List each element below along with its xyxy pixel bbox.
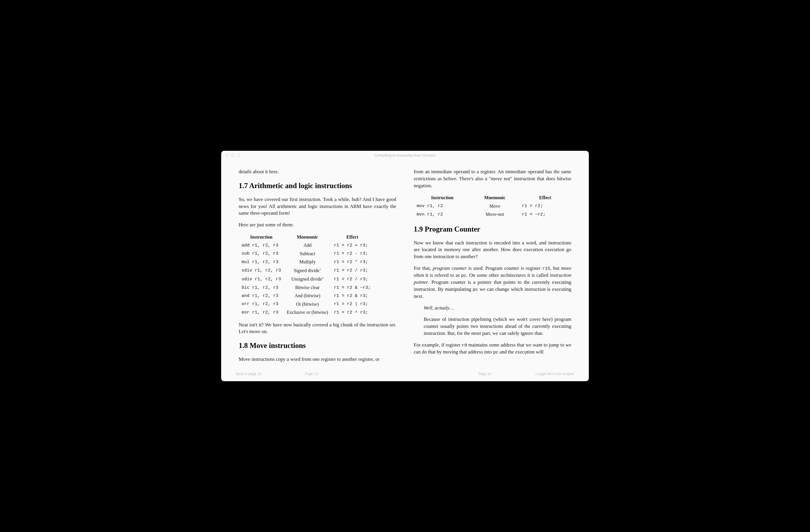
text: For example, if register bbox=[414, 342, 462, 348]
zoom-icon[interactable] bbox=[237, 153, 240, 157]
footer: Back to page 13 Page 13 Page 14 1 page l… bbox=[221, 369, 589, 381]
mnemonic-cell: Unsigned divide1 bbox=[284, 275, 331, 283]
section-heading-1-7: 1.7 Arithmetic and logic instructions bbox=[239, 181, 396, 191]
table-row: bic r1, r2, r3Bitwise clearr1 = r2 & ~r3… bbox=[239, 283, 373, 292]
effect-cell: r1 = r2 / r3; bbox=[331, 275, 373, 283]
mnemonic-cell: Signed divide1 bbox=[284, 266, 331, 275]
instruction-cell: and r1, r2, r3 bbox=[239, 292, 284, 300]
effect-cell: r1 = r2; bbox=[519, 202, 571, 210]
text: and the execution will bbox=[498, 349, 544, 355]
instruction-cell: mul r1, r2, r3 bbox=[239, 258, 284, 266]
window-title: Compiling to Assembly from Scratch bbox=[221, 153, 589, 157]
table-row: udiv r1, r2, r3Unsigned divide1r1 = r2 /… bbox=[239, 275, 373, 283]
arithmetic-instructions-table: InstructionMnemonicEffect add r1, r2, r3… bbox=[239, 233, 373, 317]
table-row: sdiv r1, r2, r3Signed divide1r1 = r2 / r… bbox=[239, 266, 373, 275]
instruction-cell: mov r1, r2 bbox=[414, 202, 471, 210]
table-row: mov r1, r2Mover1 = r2; bbox=[414, 202, 571, 210]
minimize-icon[interactable] bbox=[231, 153, 234, 157]
left-column: details about it here. 1.7 Arithmetic an… bbox=[239, 168, 396, 366]
text: For that, bbox=[414, 265, 433, 271]
back-link[interactable]: Back to page 13 bbox=[236, 372, 261, 376]
table-row: mul r1, r2, r3Multiplyr1 = r2 * r3; bbox=[239, 258, 373, 266]
left-page-indicator: Page 13 bbox=[305, 372, 318, 376]
effect-cell: r1 = r2 * r3; bbox=[331, 258, 373, 266]
instruction-cell: sdiv r1, r2, r3 bbox=[239, 266, 284, 275]
mnemonic-cell: Multiply bbox=[284, 258, 331, 266]
table-row: add r1, r2, r3Addr1 = r2 + r3; bbox=[239, 241, 373, 249]
traffic-lights bbox=[221, 153, 240, 157]
table-row: mvn r1, r2Move-notr1 = ~r2; bbox=[414, 210, 571, 218]
table-header: Effect bbox=[519, 194, 571, 202]
code: pc bbox=[493, 350, 498, 355]
page-content: details about it here. 1.7 Arithmetic an… bbox=[221, 160, 589, 369]
table-header: Mnemonic bbox=[284, 233, 331, 241]
mnemonic-cell: Subtract bbox=[284, 250, 331, 258]
instruction-cell: bic r1, r2, r3 bbox=[239, 283, 284, 292]
mnemonic-cell: And (bitwise) bbox=[284, 292, 331, 300]
right-page-indicator: Page 14 bbox=[478, 372, 491, 376]
footnote-ref[interactable]: 1 bbox=[320, 267, 321, 271]
mnemonic-cell: Move-not bbox=[471, 210, 519, 218]
effect-cell: r1 = r2 & r3; bbox=[331, 292, 373, 300]
emphasis: Well, actualy… bbox=[424, 305, 454, 311]
code: r0 bbox=[462, 343, 467, 348]
effect-cell: r1 = r2 + r3; bbox=[331, 241, 373, 249]
effect-cell: r1 = r2 ^ r3; bbox=[331, 308, 373, 316]
table-row: orr r1, r2, r3Or (bitwise)r1 = r2 | r3; bbox=[239, 300, 373, 308]
text: . On some other architectures it is call… bbox=[467, 272, 550, 278]
table-header: Instruction bbox=[239, 233, 284, 241]
effect-cell: r1 = r2 / r3; bbox=[331, 266, 373, 275]
table-row: and r1, r2, r3And (bitwise)r1 = r2 & r3; bbox=[239, 292, 373, 300]
titlebar: Compiling to Assembly from Scratch bbox=[221, 151, 589, 160]
mnemonic-cell: Move bbox=[471, 202, 519, 210]
section-heading-1-9: 1.9 Program Counter bbox=[414, 224, 571, 234]
blockquote-body: Because of instruction pipelining (which… bbox=[424, 316, 571, 337]
mnemonic-cell: Bitwise clear bbox=[284, 283, 331, 292]
effect-cell: r1 = r2 & ~r3; bbox=[331, 283, 373, 292]
table-header: Effect bbox=[331, 233, 373, 241]
paragraph: Now we know that each instruction is enc… bbox=[414, 239, 571, 260]
close-icon[interactable] bbox=[225, 153, 229, 157]
paragraph: details about it here. bbox=[239, 168, 396, 175]
paragraph: So, we have covered our first instructio… bbox=[239, 196, 396, 217]
paragraph: Here are just some of them: bbox=[239, 221, 396, 228]
instruction-cell: eor r1, r2, r3 bbox=[239, 308, 284, 316]
right-column: from an immediate operand to a register.… bbox=[414, 168, 571, 366]
paragraph: For example, if register r0 maintains so… bbox=[414, 342, 571, 355]
blockquote: Well, actualy… Because of instruction pi… bbox=[424, 304, 571, 337]
emphasis: program counter bbox=[433, 265, 467, 271]
footnote-ref: 1 bbox=[322, 276, 324, 279]
effect-cell: r1 = r2 | r3; bbox=[331, 300, 373, 308]
table-header: Instruction bbox=[414, 194, 471, 202]
table-row: sub r1, r2, r3Subtractr1 = r2 - r3; bbox=[239, 250, 373, 258]
paragraph: For that, program counter is used. Progr… bbox=[414, 265, 571, 300]
instruction-cell: orr r1, r2, r3 bbox=[239, 300, 284, 308]
section-heading-1-8: 1.8 Move instructions bbox=[239, 340, 396, 351]
blockquote-lead: Well, actualy… bbox=[424, 304, 571, 312]
table-header: Mnemonic bbox=[471, 194, 519, 202]
effect-cell: r1 = r2 - r3; bbox=[331, 250, 373, 258]
code: pc bbox=[473, 287, 478, 292]
instruction-cell: mvn r1, r2 bbox=[414, 210, 471, 218]
effect-cell: r1 = ~r2; bbox=[519, 210, 571, 218]
paragraph: from an immediate operand to a register.… bbox=[414, 168, 571, 189]
paragraph: Neat isn't it? We have now basically cov… bbox=[239, 321, 396, 335]
paragraph: Move instructions copy a word from one r… bbox=[239, 356, 396, 363]
mnemonic-cell: Exclusive or (bitwise) bbox=[284, 308, 331, 316]
mnemonic-cell: Add bbox=[284, 241, 331, 249]
move-instructions-table: InstructionMnemonicEffect mov r1, r2Move… bbox=[414, 194, 571, 218]
table-row: eor r1, r2, r3Exclusive or (bitwise)r1 =… bbox=[239, 308, 373, 316]
text: is used. Program counter is register bbox=[467, 265, 542, 271]
instruction-cell: udiv r1, r2, r3 bbox=[239, 275, 284, 283]
instruction-cell: sub r1, r2, r3 bbox=[239, 250, 284, 258]
mnemonic-cell: Or (bitwise) bbox=[284, 300, 331, 308]
code: pc bbox=[461, 273, 467, 278]
code: r15 bbox=[542, 266, 550, 271]
pages-remaining: 1 page left in this chapter bbox=[535, 372, 574, 376]
reader-window: Compiling to Assembly from Scratch detai… bbox=[221, 151, 589, 381]
instruction-cell: add r1, r2, r3 bbox=[239, 241, 284, 249]
